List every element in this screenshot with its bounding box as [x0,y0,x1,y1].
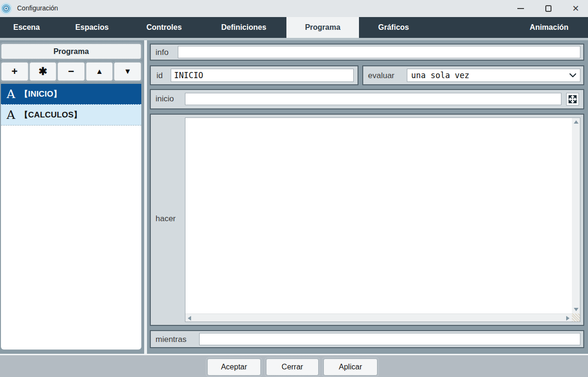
app-icon [1,2,13,15]
vertical-scrollbar[interactable] [572,118,580,314]
panel-splitter[interactable] [144,40,147,354]
maximize-button[interactable] [539,0,558,17]
tabbar-bottom-strip [0,38,588,40]
scroll-up-icon[interactable] [574,120,579,124]
move-up-button[interactable]: ▲ [86,62,113,81]
mientras-label: mientras [156,335,186,344]
inicio-input[interactable] [185,93,561,105]
minimize-icon [517,8,524,9]
scroll-left-icon[interactable] [188,316,191,321]
apply-button[interactable]: Aplicar [323,359,377,376]
minimize-button[interactable] [511,0,530,17]
titlebar: Configuración ✕ [0,0,588,17]
tab-escena[interactable]: Escena [8,17,46,38]
tab-espacios[interactable]: Espacios [68,17,116,38]
evaluar-label: evaluar [368,71,395,81]
resize-grip[interactable] [572,314,580,322]
list-item-inicio[interactable]: A 【INICIO】 [1,84,141,105]
footer: Aceptar Cerrar Aplicar [0,355,588,377]
tab-controles[interactable]: Controles [140,17,188,38]
inicio-label: inicio [156,94,174,104]
program-list-toolbar: + ✱ − ▲ ▼ [1,62,141,81]
add-program-button[interactable]: + [1,62,28,81]
tab-animacion[interactable]: Animación [525,17,573,38]
move-down-button[interactable]: ▼ [114,62,141,81]
id-input[interactable] [171,69,354,82]
list-item-label: 【CALCULOS】 [20,109,82,120]
tab-graficos[interactable]: Gráficos [370,17,417,38]
id-label: id [156,71,163,81]
info-input[interactable] [178,46,580,58]
window-title: Configuración [17,4,58,12]
close-icon: ✕ [572,4,579,13]
program-list: A 【INICIO】 A 【CALCULOS】 [1,84,141,350]
close-dialog-button[interactable]: Cerrar [266,359,319,376]
remove-program-button[interactable]: − [57,62,85,81]
hacer-label: hacer [156,214,176,224]
horizontal-scrollbar[interactable] [185,314,572,322]
accept-button[interactable]: Aceptar [207,359,261,376]
evaluar-selected-option: una sola vez [411,71,469,80]
tab-definiciones[interactable]: Definiciones [215,17,272,38]
chevron-down-icon [570,73,576,78]
list-item-label: 【INICIO】 [20,89,62,99]
info-label: info [156,48,168,57]
program-list-header: Programa [1,44,141,59]
expand-arrows-icon [568,95,577,104]
scroll-down-icon[interactable] [574,308,579,311]
inicio-expand-button[interactable] [566,93,579,106]
hacer-editor-text[interactable] [185,118,572,314]
duplicate-program-button[interactable]: ✱ [29,62,57,81]
list-item-calculos[interactable]: A 【CALCULOS】 [1,105,141,126]
hacer-editor[interactable] [185,117,580,322]
evaluar-select[interactable]: una sola vez [407,69,580,82]
close-button[interactable]: ✕ [566,0,585,17]
tab-bar: Escena Espacios Controles Definiciones P… [0,17,588,38]
algorithm-type-glyph: A [7,88,15,100]
tab-programa[interactable]: Programa [286,17,359,38]
mientras-input[interactable] [199,333,580,345]
maximize-icon [545,5,551,12]
scroll-right-icon[interactable] [566,316,570,321]
algorithm-type-glyph: A [7,109,15,121]
